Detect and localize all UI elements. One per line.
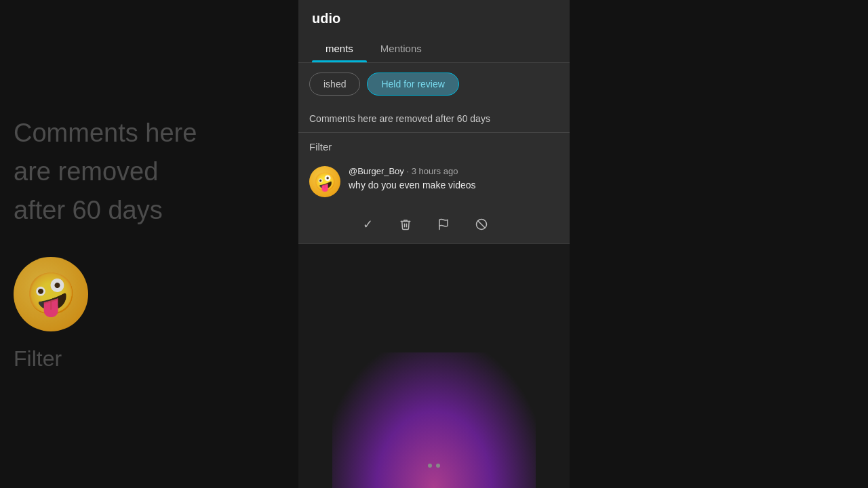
bg-text-line3: after 60 days [14, 191, 285, 230]
tab-comments[interactable]: ments [312, 35, 367, 62]
filter-btn-held-for-review[interactable]: Held for review [367, 73, 458, 96]
comment-time: 3 hours ago [412, 166, 458, 176]
bg-avatar-emoji: 🤪 [14, 257, 88, 331]
filter-btn-published[interactable]: ished [309, 73, 360, 96]
filter-buttons-row: ished Held for review [298, 63, 570, 105]
comment-username: @Burger_Boy [349, 166, 404, 176]
bg-left-panel: Comments here are removed after 60 days … [0, 0, 298, 488]
modal-partial-title: udio [312, 11, 556, 26]
bg-avatar-area: 🤪 [14, 257, 285, 331]
comment-body: @Burger_Boy · 3 hours ago why do you eve… [349, 166, 559, 197]
info-notice: Comments here are removed after 60 days [298, 105, 570, 133]
video-dot-2 [436, 464, 440, 468]
action-block-button[interactable] [462, 211, 500, 238]
svg-line-2 [478, 221, 486, 228]
video-dots [428, 464, 440, 468]
comment-text: why do you even make videos [349, 179, 559, 192]
action-delete-button[interactable] [387, 211, 425, 238]
bg-text-line2: are removed [14, 152, 285, 191]
video-glow [332, 352, 536, 488]
comment-actions: ✓ [298, 205, 570, 244]
video-preview [298, 244, 570, 488]
bg-text-line1: Comments here [14, 114, 285, 152]
avatar-emoji: 🤪 [314, 171, 336, 192]
tab-mentions[interactable]: Mentions [367, 35, 435, 62]
modal-top-bar: udio ments Mentions [298, 0, 570, 62]
comment-avatar: 🤪 [309, 166, 340, 197]
filter-label: Filter [298, 133, 570, 158]
action-approve-button[interactable]: ✓ [349, 211, 387, 238]
comment-item: 🤪 @Burger_Boy · 3 hours ago why do you e… [298, 158, 570, 205]
modal-panel: udio ments Mentions ished Held for revie… [298, 0, 570, 488]
bg-filter-text: Filter [14, 342, 285, 375]
action-flag-button[interactable] [425, 211, 462, 238]
video-dot-1 [428, 464, 432, 468]
comment-meta: @Burger_Boy · 3 hours ago [349, 166, 559, 176]
comment-separator: · [406, 166, 411, 176]
tabs-row: ments Mentions [312, 35, 556, 62]
